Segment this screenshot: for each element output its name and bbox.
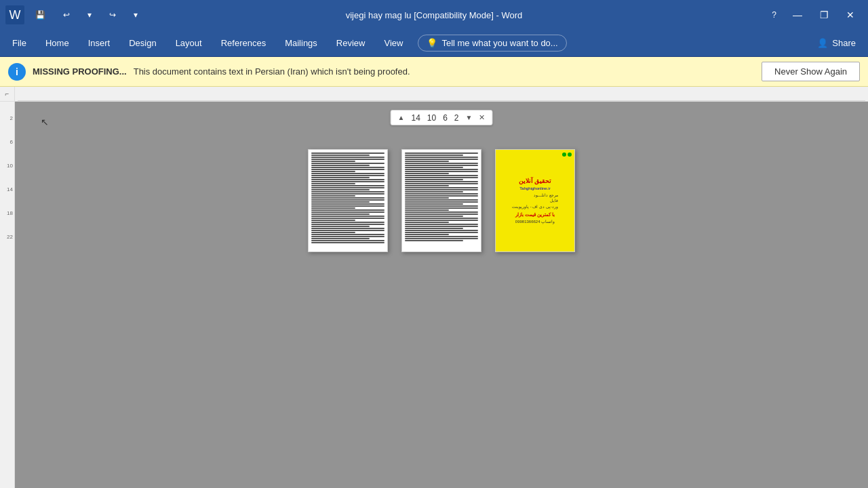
tell-me-label: Tell me what you want to do... [441, 38, 557, 48]
quick-access-dropdown[interactable]: ▾ [127, 7, 144, 22]
ruler-ticks [18, 87, 865, 101]
text-line [311, 238, 370, 239]
text-line [311, 203, 384, 205]
text-line [311, 193, 384, 195]
text-line [405, 203, 463, 205]
text-line [405, 175, 478, 176]
text-line [311, 177, 370, 178]
share-icon: 👤 [817, 38, 828, 48]
text-line [311, 218, 384, 219]
page-2-content [402, 150, 481, 251]
text-line [311, 165, 370, 166]
menu-layout[interactable]: Layout [166, 34, 212, 52]
text-line [405, 216, 463, 217]
menu-home[interactable]: Home [36, 34, 79, 52]
text-line [405, 209, 449, 211]
text-line [405, 179, 463, 180]
text-line [311, 216, 384, 217]
ruler-corner: ⌐ [0, 87, 15, 101]
notification-bar: i MISSING PROOFING... This document cont… [0, 57, 868, 87]
text-line [311, 187, 384, 188]
text-line [405, 238, 478, 239]
horizontal-ruler [15, 87, 868, 101]
yellow-page-content: تحقیق آنلاین Tahghighonline.ir مرجع دانل… [496, 150, 574, 251]
ruler-num-10: 10 [7, 163, 13, 169]
text-line [311, 163, 384, 164]
text-line [311, 197, 384, 199]
text-line [405, 155, 463, 156]
zoom-close[interactable]: ✕ [476, 112, 488, 123]
text-line [405, 161, 449, 162]
yellow-sub2-text: فایل [512, 198, 558, 203]
close-button[interactable]: ✕ [838, 7, 863, 23]
text-line [405, 201, 478, 203]
text-line [405, 173, 449, 174]
redo-button[interactable]: ↪ [102, 7, 123, 22]
pages-container: تحقیق آنلاین Tahghighonline.ir مرجع دانل… [308, 149, 575, 252]
text-line [405, 197, 449, 199]
text-line [405, 193, 478, 195]
text-line [311, 185, 384, 186]
tell-me-input[interactable]: 💡 Tell me what you want to do... [418, 35, 566, 52]
green-dot-2 [562, 152, 566, 157]
yellow-phone: واتساپ 09981366624 [515, 219, 555, 224]
text-line [405, 230, 478, 231]
text-line [405, 224, 478, 225]
yellow-sub3-text: ورد-پی دی اف - پاورپوینت [512, 204, 558, 209]
text-line [311, 230, 384, 231]
text-line [405, 211, 478, 213]
text-line [405, 187, 478, 188]
text-line [311, 224, 384, 225]
text-line [311, 171, 355, 172]
save-button[interactable]: 💾 [28, 7, 52, 22]
text-line [311, 214, 370, 215]
zoom-down-arrow[interactable]: ▼ [463, 113, 475, 123]
text-line [311, 155, 370, 156]
menu-view[interactable]: View [374, 34, 412, 52]
ruler-num-22: 22 [7, 234, 13, 240]
text-line [311, 234, 384, 235]
page-1-content [309, 150, 387, 251]
menu-design[interactable]: Design [119, 34, 165, 52]
zoom-value-10: 10 [425, 113, 439, 123]
menu-review[interactable]: Review [327, 34, 375, 52]
notification-title: MISSING PROOFING... [33, 66, 127, 77]
text-line [311, 181, 384, 182]
text-line [311, 211, 384, 213]
lightbulb-icon: 💡 [427, 38, 437, 48]
text-line [405, 232, 478, 233]
text-line [311, 159, 384, 160]
text-line [311, 232, 355, 233]
yellow-url: Tahghighonline.ir [519, 186, 550, 190]
text-line [311, 222, 384, 223]
menu-file[interactable]: File [3, 34, 36, 52]
undo-button[interactable]: ↩ [56, 7, 77, 22]
text-line [405, 152, 478, 154]
text-line [311, 189, 370, 190]
text-line [311, 242, 384, 243]
text-line [405, 199, 478, 201]
text-line [405, 234, 449, 235]
text-line [405, 185, 449, 186]
redo-icon: ↪ [109, 10, 116, 20]
share-button[interactable]: 👤 Share [808, 35, 865, 51]
text-line [311, 201, 370, 203]
text-line [405, 181, 478, 182]
ruler-num-18: 18 [7, 210, 13, 216]
content-area[interactable]: ↖ ▲ 14 10 6 2 ▼ ✕ [15, 102, 868, 488]
text-line [405, 159, 478, 160]
help-button[interactable]: ? [765, 7, 783, 22]
text-line [311, 209, 384, 211]
never-show-again-button[interactable]: Never Show Again [762, 62, 860, 81]
minimize-button[interactable]: — [785, 7, 810, 23]
menu-mailings[interactable]: Mailings [275, 34, 327, 52]
menu-references[interactable]: References [212, 34, 275, 52]
text-line [405, 240, 463, 241]
zoom-up-arrow[interactable]: ▲ [395, 113, 408, 123]
text-line [311, 167, 384, 168]
text-line [311, 152, 384, 154]
undo-dropdown[interactable]: ▾ [81, 7, 98, 22]
menu-insert[interactable]: Insert [79, 34, 120, 52]
maximize-button[interactable]: ❐ [812, 7, 837, 23]
text-line [311, 220, 355, 221]
